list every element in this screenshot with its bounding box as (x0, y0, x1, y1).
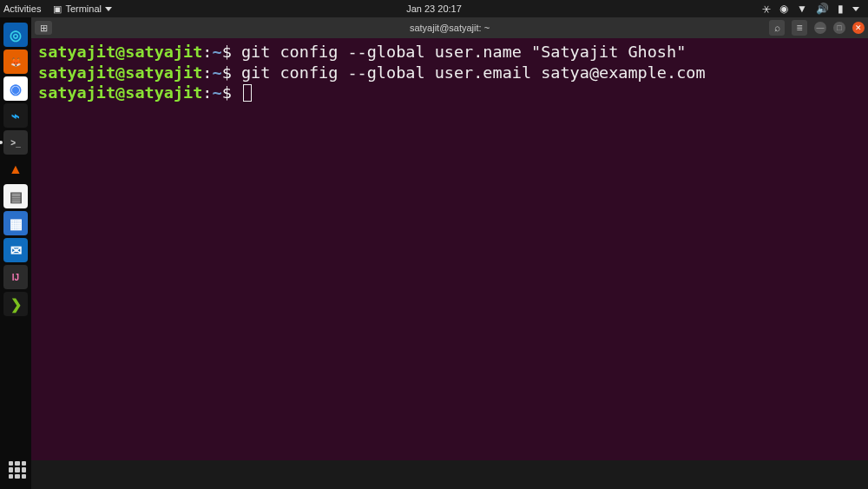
terminal-line: satyajit@satyajit:~$ git config --global… (38, 42, 861, 63)
network-icon[interactable]: ▼ (797, 3, 807, 15)
terminal-icon[interactable]: >_ (3, 130, 28, 155)
battery-icon[interactable]: ▮ (838, 3, 844, 15)
activities-button[interactable]: Activities (3, 3, 41, 14)
prompt-path: ~ (213, 63, 222, 82)
clock[interactable]: Jan 23 20:17 (406, 3, 462, 14)
title-bar: ⊞ satyajit@satyajit: ~ ⌕ ≡ — □ ✕ (31, 17, 868, 38)
chrome-icon[interactable]: ◉ (3, 76, 28, 101)
minimize-button[interactable]: — (814, 22, 826, 34)
chevron-down-icon (105, 7, 112, 11)
terminal-body[interactable]: satyajit@satyajit:~$ git config --global… (31, 38, 868, 460)
search-icon: ⌕ (774, 22, 780, 34)
prompt-dollar: $ (222, 43, 241, 61)
prompt-path: ~ (213, 43, 222, 61)
system-tray[interactable]: ⚹ ◉ ▼ 🔊 ▮ (762, 3, 865, 15)
prompt-dollar: $ (222, 63, 241, 82)
hamburger-icon: ≡ (796, 22, 802, 34)
gedit-icon[interactable]: ▤ (3, 184, 28, 208)
plus-tab-icon: ⊞ (40, 23, 48, 34)
prompt-separator: : (202, 83, 212, 102)
terminal-line: satyajit@satyajit:~$ git config --global… (38, 63, 861, 83)
prompt-path: ~ (213, 83, 222, 102)
search-button[interactable]: ⌕ (769, 20, 785, 36)
maximize-button[interactable]: □ (833, 22, 845, 34)
libreoffice-icon[interactable]: ▦ (3, 211, 28, 235)
cursor (243, 84, 252, 102)
vscode-icon[interactable]: ⌁ (3, 103, 28, 128)
command-text: git config --global user.email satya@exa… (241, 63, 706, 82)
new-tab-button[interactable]: ⊞ (35, 21, 52, 35)
show-applications-button[interactable] (5, 458, 30, 482)
menu-button[interactable]: ≡ (792, 20, 807, 36)
intellij-icon[interactable]: IJ (3, 265, 28, 289)
terminal-line: satyajit@satyajit:~$ (38, 83, 861, 103)
firefox-icon[interactable]: 🦊 (3, 50, 28, 74)
app-icon[interactable]: ❯ (3, 292, 28, 316)
close-button[interactable]: ✕ (852, 22, 865, 34)
prompt-dollar: $ (222, 83, 241, 102)
outlook-icon[interactable]: ✉ (3, 238, 28, 262)
bluetooth-icon[interactable]: ⚹ (762, 3, 771, 15)
command-text: git config --global user.name "Satyajit … (241, 43, 686, 61)
app-menu-label: Terminal (65, 3, 102, 14)
prompt-user: satyajit@satyajit (38, 43, 202, 61)
chevron-down-icon (852, 7, 859, 11)
prompt-user: satyajit@satyajit (38, 83, 202, 102)
prompt-separator: : (202, 43, 212, 61)
prompt-separator: : (202, 63, 212, 82)
edge-icon[interactable]: ◎ (3, 23, 28, 47)
terminal-window: ⊞ satyajit@satyajit: ~ ⌕ ≡ — □ ✕ satyaji… (31, 17, 868, 460)
accessibility-icon[interactable]: ◉ (779, 3, 788, 15)
app-menu[interactable]: ▣ Terminal (53, 3, 112, 15)
terminal-indicator-icon: ▣ (53, 3, 62, 15)
volume-icon[interactable]: 🔊 (816, 3, 829, 15)
vlc-icon[interactable]: ▲ (3, 157, 28, 182)
top-panel: Activities ▣ Terminal Jan 23 20:17 ⚹ ◉ ▼… (0, 0, 868, 17)
window-title: satyajit@satyajit: ~ (410, 23, 490, 33)
prompt-user: satyajit@satyajit (38, 63, 202, 82)
dock: ◎🦊◉⌁>_▲▤▦✉IJ❯ (0, 17, 31, 489)
